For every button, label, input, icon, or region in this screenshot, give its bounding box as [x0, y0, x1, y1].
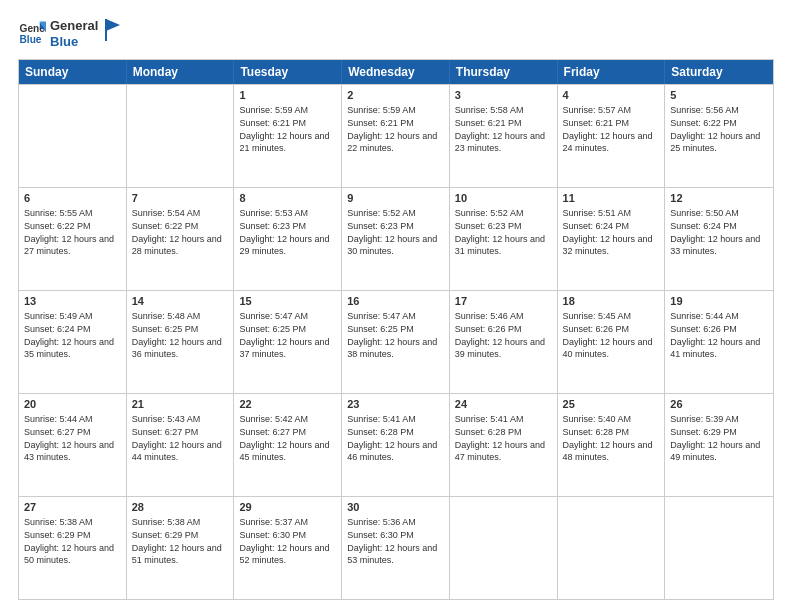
calendar-week-4: 20Sunrise: 5:44 AM Sunset: 6:27 PM Dayli… — [19, 393, 773, 496]
logo: General Blue General Blue — [18, 18, 122, 49]
calendar-cell: 29Sunrise: 5:37 AM Sunset: 6:30 PM Dayli… — [234, 497, 342, 599]
day-info: Sunrise: 5:51 AM Sunset: 6:24 PM Dayligh… — [563, 208, 653, 256]
day-info: Sunrise: 5:57 AM Sunset: 6:21 PM Dayligh… — [563, 105, 653, 153]
day-info: Sunrise: 5:53 AM Sunset: 6:23 PM Dayligh… — [239, 208, 329, 256]
calendar-cell: 13Sunrise: 5:49 AM Sunset: 6:24 PM Dayli… — [19, 291, 127, 393]
svg-text:Blue: Blue — [20, 34, 42, 45]
day-info: Sunrise: 5:43 AM Sunset: 6:27 PM Dayligh… — [132, 414, 222, 462]
calendar-week-3: 13Sunrise: 5:49 AM Sunset: 6:24 PM Dayli… — [19, 290, 773, 393]
calendar-cell: 12Sunrise: 5:50 AM Sunset: 6:24 PM Dayli… — [665, 188, 773, 290]
day-number: 9 — [347, 191, 444, 206]
calendar-week-1: 1Sunrise: 5:59 AM Sunset: 6:21 PM Daylig… — [19, 84, 773, 187]
day-info: Sunrise: 5:36 AM Sunset: 6:30 PM Dayligh… — [347, 517, 437, 565]
day-number: 4 — [563, 88, 660, 103]
calendar-cell: 25Sunrise: 5:40 AM Sunset: 6:28 PM Dayli… — [558, 394, 666, 496]
day-info: Sunrise: 5:59 AM Sunset: 6:21 PM Dayligh… — [347, 105, 437, 153]
day-info: Sunrise: 5:38 AM Sunset: 6:29 PM Dayligh… — [132, 517, 222, 565]
day-info: Sunrise: 5:55 AM Sunset: 6:22 PM Dayligh… — [24, 208, 114, 256]
calendar-cell — [558, 497, 666, 599]
day-number: 22 — [239, 397, 336, 412]
day-number: 16 — [347, 294, 444, 309]
day-number: 12 — [670, 191, 768, 206]
calendar-cell: 23Sunrise: 5:41 AM Sunset: 6:28 PM Dayli… — [342, 394, 450, 496]
calendar-cell — [127, 85, 235, 187]
calendar-cell: 9Sunrise: 5:52 AM Sunset: 6:23 PM Daylig… — [342, 188, 450, 290]
day-info: Sunrise: 5:46 AM Sunset: 6:26 PM Dayligh… — [455, 311, 545, 359]
header-day-sunday: Sunday — [19, 60, 127, 84]
calendar-cell: 17Sunrise: 5:46 AM Sunset: 6:26 PM Dayli… — [450, 291, 558, 393]
header-day-thursday: Thursday — [450, 60, 558, 84]
calendar-cell: 6Sunrise: 5:55 AM Sunset: 6:22 PM Daylig… — [19, 188, 127, 290]
day-number: 17 — [455, 294, 552, 309]
day-info: Sunrise: 5:39 AM Sunset: 6:29 PM Dayligh… — [670, 414, 760, 462]
calendar-cell: 26Sunrise: 5:39 AM Sunset: 6:29 PM Dayli… — [665, 394, 773, 496]
day-info: Sunrise: 5:48 AM Sunset: 6:25 PM Dayligh… — [132, 311, 222, 359]
calendar-cell: 7Sunrise: 5:54 AM Sunset: 6:22 PM Daylig… — [127, 188, 235, 290]
day-number: 11 — [563, 191, 660, 206]
day-info: Sunrise: 5:37 AM Sunset: 6:30 PM Dayligh… — [239, 517, 329, 565]
day-number: 14 — [132, 294, 229, 309]
calendar-cell: 22Sunrise: 5:42 AM Sunset: 6:27 PM Dayli… — [234, 394, 342, 496]
calendar-cell: 11Sunrise: 5:51 AM Sunset: 6:24 PM Dayli… — [558, 188, 666, 290]
header-day-wednesday: Wednesday — [342, 60, 450, 84]
calendar-cell — [665, 497, 773, 599]
calendar-cell: 18Sunrise: 5:45 AM Sunset: 6:26 PM Dayli… — [558, 291, 666, 393]
calendar-cell: 27Sunrise: 5:38 AM Sunset: 6:29 PM Dayli… — [19, 497, 127, 599]
header: General Blue General Blue — [18, 18, 774, 49]
calendar-cell: 30Sunrise: 5:36 AM Sunset: 6:30 PM Dayli… — [342, 497, 450, 599]
day-info: Sunrise: 5:38 AM Sunset: 6:29 PM Dayligh… — [24, 517, 114, 565]
day-info: Sunrise: 5:52 AM Sunset: 6:23 PM Dayligh… — [347, 208, 437, 256]
calendar-cell: 21Sunrise: 5:43 AM Sunset: 6:27 PM Dayli… — [127, 394, 235, 496]
day-number: 29 — [239, 500, 336, 515]
day-info: Sunrise: 5:42 AM Sunset: 6:27 PM Dayligh… — [239, 414, 329, 462]
day-info: Sunrise: 5:54 AM Sunset: 6:22 PM Dayligh… — [132, 208, 222, 256]
day-number: 6 — [24, 191, 121, 206]
day-number: 28 — [132, 500, 229, 515]
day-info: Sunrise: 5:47 AM Sunset: 6:25 PM Dayligh… — [239, 311, 329, 359]
calendar-cell: 24Sunrise: 5:41 AM Sunset: 6:28 PM Dayli… — [450, 394, 558, 496]
calendar-cell — [450, 497, 558, 599]
day-info: Sunrise: 5:44 AM Sunset: 6:26 PM Dayligh… — [670, 311, 760, 359]
day-info: Sunrise: 5:50 AM Sunset: 6:24 PM Dayligh… — [670, 208, 760, 256]
day-info: Sunrise: 5:52 AM Sunset: 6:23 PM Dayligh… — [455, 208, 545, 256]
day-number: 21 — [132, 397, 229, 412]
day-number: 25 — [563, 397, 660, 412]
calendar-cell: 28Sunrise: 5:38 AM Sunset: 6:29 PM Dayli… — [127, 497, 235, 599]
header-day-friday: Friday — [558, 60, 666, 84]
calendar-cell — [19, 85, 127, 187]
calendar: SundayMondayTuesdayWednesdayThursdayFrid… — [18, 59, 774, 600]
day-number: 23 — [347, 397, 444, 412]
day-number: 13 — [24, 294, 121, 309]
day-number: 19 — [670, 294, 768, 309]
header-day-saturday: Saturday — [665, 60, 773, 84]
day-info: Sunrise: 5:58 AM Sunset: 6:21 PM Dayligh… — [455, 105, 545, 153]
day-number: 15 — [239, 294, 336, 309]
calendar-cell: 1Sunrise: 5:59 AM Sunset: 6:21 PM Daylig… — [234, 85, 342, 187]
calendar-cell: 2Sunrise: 5:59 AM Sunset: 6:21 PM Daylig… — [342, 85, 450, 187]
calendar-cell: 3Sunrise: 5:58 AM Sunset: 6:21 PM Daylig… — [450, 85, 558, 187]
day-info: Sunrise: 5:41 AM Sunset: 6:28 PM Dayligh… — [347, 414, 437, 462]
day-info: Sunrise: 5:49 AM Sunset: 6:24 PM Dayligh… — [24, 311, 114, 359]
day-number: 26 — [670, 397, 768, 412]
day-info: Sunrise: 5:47 AM Sunset: 6:25 PM Dayligh… — [347, 311, 437, 359]
day-number: 7 — [132, 191, 229, 206]
day-number: 18 — [563, 294, 660, 309]
calendar-cell: 8Sunrise: 5:53 AM Sunset: 6:23 PM Daylig… — [234, 188, 342, 290]
day-info: Sunrise: 5:40 AM Sunset: 6:28 PM Dayligh… — [563, 414, 653, 462]
calendar-header-row: SundayMondayTuesdayWednesdayThursdayFrid… — [19, 60, 773, 84]
svg-marker-4 — [106, 19, 120, 31]
day-info: Sunrise: 5:44 AM Sunset: 6:27 PM Dayligh… — [24, 414, 114, 462]
calendar-cell: 20Sunrise: 5:44 AM Sunset: 6:27 PM Dayli… — [19, 394, 127, 496]
logo-general: General — [50, 18, 98, 34]
day-info: Sunrise: 5:56 AM Sunset: 6:22 PM Dayligh… — [670, 105, 760, 153]
day-number: 1 — [239, 88, 336, 103]
calendar-cell: 10Sunrise: 5:52 AM Sunset: 6:23 PM Dayli… — [450, 188, 558, 290]
day-number: 2 — [347, 88, 444, 103]
day-number: 27 — [24, 500, 121, 515]
logo-flag-icon — [104, 19, 122, 41]
logo-icon: General Blue — [18, 20, 46, 48]
calendar-body: 1Sunrise: 5:59 AM Sunset: 6:21 PM Daylig… — [19, 84, 773, 599]
header-day-tuesday: Tuesday — [234, 60, 342, 84]
day-number: 8 — [239, 191, 336, 206]
logo-blue: Blue — [50, 34, 98, 50]
